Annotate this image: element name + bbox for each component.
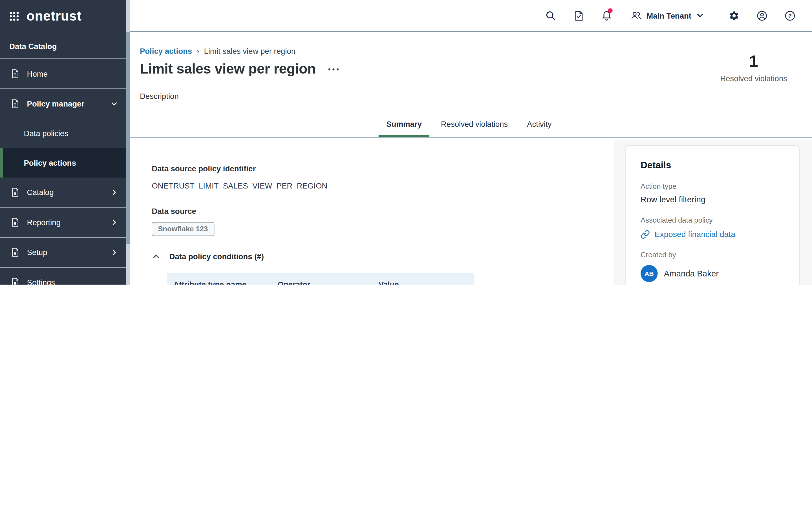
help-button[interactable]: ? — [778, 5, 801, 26]
condition-col-header: Value — [379, 280, 468, 285]
action-type-value: Row level filtering — [640, 195, 785, 204]
tab-bar: Summary Resolved violations Activity — [379, 113, 559, 137]
onetrust-logo: onetrust — [27, 9, 82, 23]
document-icon — [11, 69, 20, 78]
global-settings-button[interactable] — [722, 5, 745, 26]
sidebar-item-label: Settings — [27, 278, 118, 285]
page-description: Description — [140, 92, 179, 100]
details-title: Details — [640, 160, 785, 171]
condition-col-header: Operator — [278, 280, 378, 285]
title-row: Limit sales view per region — [140, 61, 339, 77]
breadcrumb: Policy actions › Limit sales view per re… — [140, 47, 296, 55]
chevron-down-icon — [110, 100, 118, 108]
brand: onetrust — [0, 0, 126, 32]
page-header: Policy actions › Limit sales view per re… — [130, 32, 812, 138]
conditions-panel: Attribute type name Operator Value Tags … — [167, 273, 474, 285]
associated-policy-link-row: Exposed financial data — [640, 230, 785, 239]
stat-value: 1 — [720, 53, 787, 70]
sidebar-scrollbar-thumb[interactable] — [126, 32, 130, 244]
sidebar-scrollbar[interactable] — [126, 0, 130, 285]
identifier-value: ONETRUST_LIMIT_SALES_VIEW_PER_REGION — [152, 181, 614, 190]
details-card: Details Action type Row level filtering … — [625, 145, 799, 285]
chevron-right-icon — [110, 218, 118, 226]
tab-activity[interactable]: Activity — [519, 113, 559, 137]
associated-data-policy-label: Associated data policy — [640, 216, 785, 224]
document-icon — [11, 277, 20, 285]
sidebar-item-label: Policy actions — [24, 158, 118, 167]
notifications-button[interactable] — [595, 5, 619, 26]
sidebar-item-setup[interactable]: Setup — [0, 237, 126, 267]
sidebar-item-label: Setup — [27, 248, 104, 257]
app-window: onetrust Data Catalog Home Policy manage… — [0, 0, 812, 285]
creator-row: AB Amanda Baker — [640, 265, 785, 282]
sidebar-item-label: Home — [27, 69, 118, 78]
conditions-header: Data policy conditions (#) — [152, 252, 614, 261]
sidebar-item-reporting[interactable]: Reporting — [0, 208, 126, 237]
sidebar-item-data-policies[interactable]: Data policies — [0, 119, 126, 148]
stat-label: Resolved violations — [720, 74, 787, 83]
document-icon — [11, 217, 20, 227]
product-title: Data Catalog — [0, 32, 126, 59]
people-icon — [630, 11, 642, 21]
right-rail: Details Action type Row level filtering … — [614, 140, 812, 285]
sidebar-item-catalog[interactable]: Catalog — [0, 178, 126, 207]
document-icon — [11, 248, 20, 257]
account-button[interactable] — [750, 5, 774, 26]
avatar: AB — [640, 265, 658, 282]
tab-summary[interactable]: Summary — [379, 113, 430, 137]
resolved-violations-stat: 1 Resolved violations — [720, 53, 787, 83]
data-source-label: Data source — [152, 206, 614, 215]
sidebar-item-settings[interactable]: Settings — [0, 268, 126, 285]
identifier-label: Data source policy identifier — [152, 164, 614, 173]
help-circle-icon: ? — [784, 10, 795, 21]
main-area: Main Tenant ? Policy actions › Limit sal… — [130, 0, 812, 285]
sidebar-nav: Home Policy manager Data policies Policy… — [0, 59, 126, 285]
tenant-switcher[interactable]: Main Tenant — [630, 11, 704, 21]
page-title: Limit sales view per region — [140, 61, 316, 77]
gear-icon — [728, 10, 739, 21]
search-button[interactable] — [539, 5, 563, 26]
sidebar-item-label: Data policies — [24, 129, 118, 138]
action-type-label: Action type — [640, 182, 785, 191]
document-icon — [11, 187, 20, 197]
tasks-button[interactable] — [567, 5, 590, 26]
search-icon — [545, 10, 556, 21]
document-check-icon — [573, 10, 584, 21]
sidebar-item-policy-actions[interactable]: Policy actions — [0, 148, 126, 178]
content-row: Data source policy identifier ONETRUST_L… — [130, 140, 812, 285]
breadcrumb-current: Limit sales view per region — [204, 47, 296, 55]
tenant-label: Main Tenant — [647, 11, 691, 20]
sidebar: onetrust Data Catalog Home Policy manage… — [0, 0, 126, 285]
topbar: Main Tenant ? — [130, 0, 812, 32]
chevron-right-icon — [110, 188, 118, 196]
sidebar-item-policy-manager[interactable]: Policy manager — [0, 89, 126, 119]
chevron-down-icon — [696, 11, 704, 19]
link-icon — [640, 230, 650, 239]
created-by-label: Created by — [640, 251, 785, 259]
condition-col-header: Attribute type name — [173, 280, 278, 285]
chevron-right-icon — [110, 249, 118, 256]
notification-badge — [608, 8, 613, 13]
document-icon — [11, 99, 20, 109]
sidebar-item-label: Reporting — [27, 218, 104, 227]
svg-text:?: ? — [788, 13, 791, 19]
creator-name: Amanda Baker — [664, 269, 719, 278]
user-circle-icon — [757, 10, 767, 21]
condition-row: Attribute type name Operator Value Tags … — [167, 273, 474, 285]
sidebar-item-home[interactable]: Home — [0, 59, 126, 89]
app-launcher-waffle-icon[interactable] — [9, 11, 19, 21]
sidebar-item-label: Policy manager — [27, 100, 104, 108]
collapse-chevron-up-icon[interactable] — [152, 252, 160, 261]
associated-policy-link[interactable]: Exposed financial data — [655, 230, 735, 239]
breadcrumb-separator: › — [197, 47, 199, 55]
conditions-title: Data policy conditions (#) — [170, 252, 264, 261]
breadcrumb-policy-actions-link[interactable]: Policy actions — [140, 47, 192, 55]
data-source-chip: Snowflake 123 — [152, 222, 214, 236]
more-actions-button[interactable] — [327, 65, 339, 73]
sidebar-item-label: Catalog — [27, 188, 104, 197]
summary-content: Data source policy identifier ONETRUST_L… — [130, 140, 614, 285]
tab-resolved-violations[interactable]: Resolved violations — [433, 113, 515, 137]
